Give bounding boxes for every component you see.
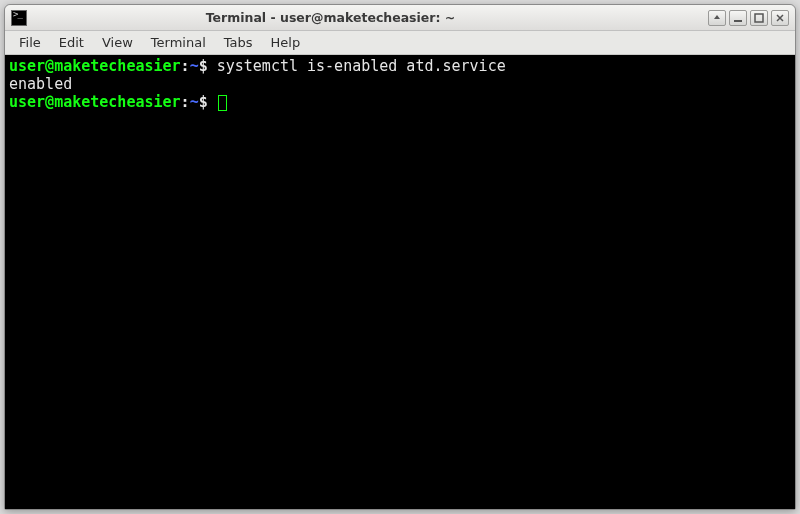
minimize-icon xyxy=(733,8,743,27)
menu-file[interactable]: File xyxy=(11,33,49,52)
menu-view[interactable]: View xyxy=(94,33,141,52)
prompt-dollar: $ xyxy=(199,57,217,75)
svg-rect-1 xyxy=(755,14,763,22)
arrow-up-icon xyxy=(712,8,722,27)
window-up-button[interactable] xyxy=(708,10,726,26)
command-text: systemctl is-enabled atd.service xyxy=(217,57,506,75)
terminal-app-icon xyxy=(11,10,27,26)
prompt-sep: : xyxy=(181,57,190,75)
output-text: enabled xyxy=(9,75,72,93)
window-controls xyxy=(708,10,789,26)
terminal-line: enabled xyxy=(9,75,72,93)
prompt-user: user@maketecheasier xyxy=(9,93,181,111)
menu-edit[interactable]: Edit xyxy=(51,33,92,52)
terminal-window: Terminal - user@maketecheasier: ~ xyxy=(4,4,796,510)
prompt-sep: : xyxy=(181,93,190,111)
prompt-path: ~ xyxy=(190,57,199,75)
cursor xyxy=(218,95,227,111)
terminal-line: user@maketecheasier:~$ xyxy=(9,93,227,111)
minimize-button[interactable] xyxy=(729,10,747,26)
menubar: File Edit View Terminal Tabs Help xyxy=(5,31,795,55)
prompt-dollar: $ xyxy=(199,93,217,111)
maximize-icon xyxy=(754,8,764,27)
svg-rect-0 xyxy=(734,20,742,22)
menu-help[interactable]: Help xyxy=(263,33,309,52)
close-icon xyxy=(775,8,785,27)
window-title: Terminal - user@maketecheasier: ~ xyxy=(0,10,708,25)
menu-terminal[interactable]: Terminal xyxy=(143,33,214,52)
prompt-user: user@maketecheasier xyxy=(9,57,181,75)
titlebar[interactable]: Terminal - user@maketecheasier: ~ xyxy=(5,5,795,31)
terminal-body[interactable]: user@maketecheasier:~$ systemctl is-enab… xyxy=(5,55,795,509)
menu-tabs[interactable]: Tabs xyxy=(216,33,261,52)
close-button[interactable] xyxy=(771,10,789,26)
prompt-path: ~ xyxy=(190,93,199,111)
terminal-line: user@maketecheasier:~$ systemctl is-enab… xyxy=(9,57,506,75)
maximize-button[interactable] xyxy=(750,10,768,26)
